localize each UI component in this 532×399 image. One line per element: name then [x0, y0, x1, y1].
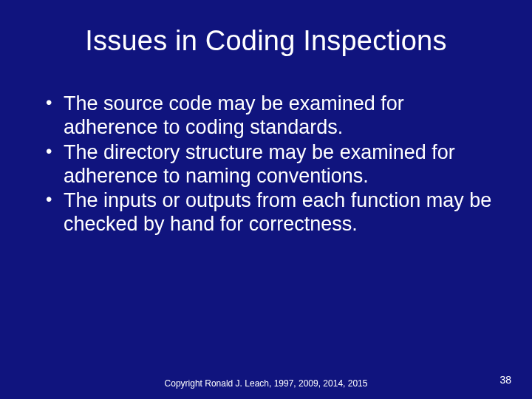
slide-content: The source code may be examined for adhe…	[30, 92, 502, 236]
bullet-item: The inputs or outputs from each function…	[46, 189, 497, 236]
page-number: 38	[499, 374, 511, 386]
bullet-item: The source code may be examined for adhe…	[46, 92, 497, 140]
bullet-item: The directory structure may be examined …	[46, 141, 497, 188]
bullet-list: The source code may be examined for adhe…	[46, 92, 497, 236]
slide: Issues in Coding Inspections The source …	[0, 0, 532, 399]
copyright-footer: Copyright Ronald J. Leach, 1997, 2009, 2…	[0, 378, 532, 389]
slide-title: Issues in Coding Inspections	[30, 25, 502, 57]
